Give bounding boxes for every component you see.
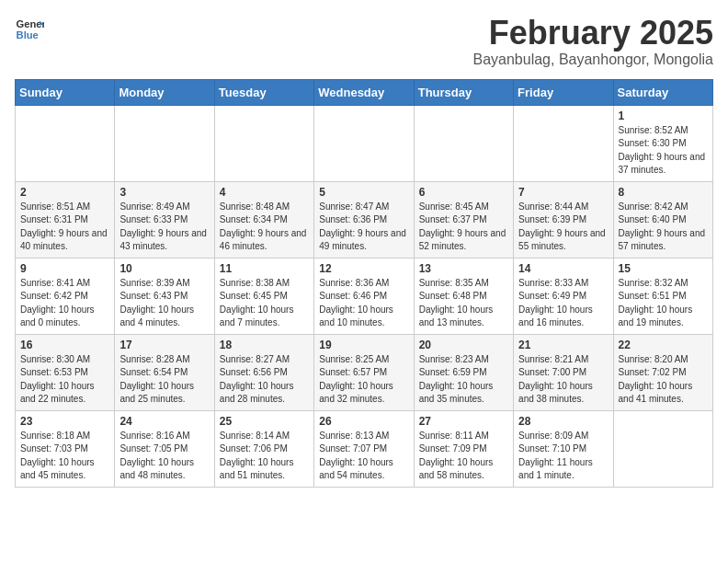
calendar-day-cell: 21Sunrise: 8:21 AM Sunset: 7:00 PM Dayli… [514,334,613,410]
title-block: February 2025 Bayanbulag, Bayanhongor, M… [472,15,713,68]
calendar-day-cell: 14Sunrise: 8:33 AM Sunset: 6:49 PM Dayli… [514,258,613,334]
location-subtitle: Bayanbulag, Bayanhongor, Mongolia [472,52,713,68]
calendar-day-cell: 27Sunrise: 8:11 AM Sunset: 7:09 PM Dayli… [414,410,513,487]
calendar-day-cell: 18Sunrise: 8:27 AM Sunset: 6:56 PM Dayli… [214,334,313,410]
day-info: Sunrise: 8:21 AM Sunset: 7:00 PM Dayligh… [518,353,608,407]
calendar-day-cell: 7Sunrise: 8:44 AM Sunset: 6:39 PM Daylig… [514,181,613,258]
calendar-day-cell [115,105,214,181]
calendar-day-cell [214,105,313,181]
weekday-header-tuesday: Tuesday [214,79,313,105]
calendar-day-cell: 26Sunrise: 8:13 AM Sunset: 7:07 PM Dayli… [314,410,414,487]
day-info: Sunrise: 8:33 AM Sunset: 6:49 PM Dayligh… [518,277,608,330]
day-number: 27 [419,415,508,428]
day-number: 22 [619,339,708,351]
calendar-day-cell: 6Sunrise: 8:45 AM Sunset: 6:37 PM Daylig… [414,181,513,258]
calendar-day-cell: 16Sunrise: 8:30 AM Sunset: 6:53 PM Dayli… [16,334,115,410]
day-info: Sunrise: 8:52 AM Sunset: 6:30 PM Dayligh… [619,124,708,178]
day-info: Sunrise: 8:51 AM Sunset: 6:31 PM Dayligh… [20,201,109,254]
day-number: 17 [119,339,209,351]
day-number: 16 [20,339,109,351]
day-number: 25 [220,415,309,428]
day-info: Sunrise: 8:18 AM Sunset: 7:03 PM Dayligh… [20,430,109,483]
day-info: Sunrise: 8:09 AM Sunset: 7:10 PM Dayligh… [518,430,608,483]
day-number: 2 [20,186,109,199]
day-number: 19 [319,339,408,351]
day-number: 14 [518,262,608,275]
calendar-day-cell: 15Sunrise: 8:32 AM Sunset: 6:51 PM Dayli… [613,258,712,334]
calendar-day-cell [414,105,513,181]
calendar-week-4: 16Sunrise: 8:30 AM Sunset: 6:53 PM Dayli… [16,334,713,410]
day-number: 1 [619,109,708,122]
page-header: General Blue February 2025 Bayanbulag, B… [15,15,713,68]
day-number: 4 [220,186,309,199]
day-info: Sunrise: 8:20 AM Sunset: 7:02 PM Dayligh… [619,353,708,407]
weekday-header-saturday: Saturday [613,79,712,105]
weekday-header-sunday: Sunday [16,79,115,105]
day-info: Sunrise: 8:27 AM Sunset: 6:56 PM Dayligh… [220,353,309,407]
day-number: 5 [319,186,408,199]
calendar-day-cell: 25Sunrise: 8:14 AM Sunset: 7:06 PM Dayli… [214,410,313,487]
day-info: Sunrise: 8:48 AM Sunset: 6:34 PM Dayligh… [220,201,309,254]
day-number: 11 [220,262,309,275]
calendar-day-cell: 4Sunrise: 8:48 AM Sunset: 6:34 PM Daylig… [214,181,313,258]
day-info: Sunrise: 8:36 AM Sunset: 6:46 PM Dayligh… [319,277,408,330]
day-info: Sunrise: 8:25 AM Sunset: 6:57 PM Dayligh… [319,353,408,407]
calendar-day-cell: 20Sunrise: 8:23 AM Sunset: 6:59 PM Dayli… [414,334,513,410]
calendar-day-cell [514,105,613,181]
day-number: 12 [319,262,408,275]
day-info: Sunrise: 8:39 AM Sunset: 6:43 PM Dayligh… [119,277,209,330]
day-info: Sunrise: 8:30 AM Sunset: 6:53 PM Dayligh… [20,353,109,407]
day-number: 23 [20,415,109,428]
day-info: Sunrise: 8:49 AM Sunset: 6:33 PM Dayligh… [119,201,209,254]
weekday-header-row: SundayMondayTuesdayWednesdayThursdayFrid… [16,79,713,105]
calendar-day-cell: 11Sunrise: 8:38 AM Sunset: 6:45 PM Dayli… [214,258,313,334]
calendar-week-1: 1Sunrise: 8:52 AM Sunset: 6:30 PM Daylig… [16,105,713,181]
calendar-day-cell: 19Sunrise: 8:25 AM Sunset: 6:57 PM Dayli… [314,334,414,410]
calendar-day-cell: 1Sunrise: 8:52 AM Sunset: 6:30 PM Daylig… [613,105,712,181]
day-number: 7 [518,186,608,199]
weekday-header-monday: Monday [115,79,214,105]
calendar-week-5: 23Sunrise: 8:18 AM Sunset: 7:03 PM Dayli… [16,410,713,487]
day-info: Sunrise: 8:41 AM Sunset: 6:42 PM Dayligh… [20,277,109,330]
calendar-day-cell: 22Sunrise: 8:20 AM Sunset: 7:02 PM Dayli… [613,334,712,410]
day-info: Sunrise: 8:13 AM Sunset: 7:07 PM Dayligh… [319,430,408,483]
calendar-day-cell [16,105,115,181]
day-number: 24 [119,415,209,428]
calendar-table: SundayMondayTuesdayWednesdayThursdayFrid… [15,79,713,488]
day-number: 10 [119,262,209,275]
calendar-day-cell: 10Sunrise: 8:39 AM Sunset: 6:43 PM Dayli… [115,258,214,334]
day-info: Sunrise: 8:28 AM Sunset: 6:54 PM Dayligh… [119,353,209,407]
calendar-day-cell: 2Sunrise: 8:51 AM Sunset: 6:31 PM Daylig… [16,181,115,258]
calendar-day-cell: 9Sunrise: 8:41 AM Sunset: 6:42 PM Daylig… [16,258,115,334]
calendar-day-cell: 17Sunrise: 8:28 AM Sunset: 6:54 PM Dayli… [115,334,214,410]
weekday-header-friday: Friday [514,79,613,105]
calendar-day-cell: 28Sunrise: 8:09 AM Sunset: 7:10 PM Dayli… [514,410,613,487]
weekday-header-thursday: Thursday [414,79,513,105]
calendar-week-2: 2Sunrise: 8:51 AM Sunset: 6:31 PM Daylig… [16,181,713,258]
day-number: 28 [518,415,608,428]
day-info: Sunrise: 8:44 AM Sunset: 6:39 PM Dayligh… [518,201,608,254]
day-number: 6 [419,186,508,199]
day-info: Sunrise: 8:42 AM Sunset: 6:40 PM Dayligh… [619,201,708,254]
day-info: Sunrise: 8:32 AM Sunset: 6:51 PM Dayligh… [619,277,708,330]
day-number: 26 [319,415,408,428]
day-number: 21 [518,339,608,351]
day-number: 13 [419,262,508,275]
calendar-day-cell [613,410,712,487]
calendar-week-3: 9Sunrise: 8:41 AM Sunset: 6:42 PM Daylig… [16,258,713,334]
logo-icon: General Blue [15,15,44,44]
day-info: Sunrise: 8:38 AM Sunset: 6:45 PM Dayligh… [220,277,309,330]
svg-text:Blue: Blue [17,29,39,40]
month-year-title: February 2025 [472,15,713,52]
day-number: 15 [619,262,708,275]
day-info: Sunrise: 8:23 AM Sunset: 6:59 PM Dayligh… [419,353,508,407]
calendar-day-cell: 3Sunrise: 8:49 AM Sunset: 6:33 PM Daylig… [115,181,214,258]
calendar-day-cell: 23Sunrise: 8:18 AM Sunset: 7:03 PM Dayli… [16,410,115,487]
day-number: 3 [119,186,209,199]
day-number: 9 [20,262,109,275]
day-info: Sunrise: 8:35 AM Sunset: 6:48 PM Dayligh… [419,277,508,330]
day-info: Sunrise: 8:14 AM Sunset: 7:06 PM Dayligh… [220,430,309,483]
day-info: Sunrise: 8:16 AM Sunset: 7:05 PM Dayligh… [119,430,209,483]
calendar-day-cell: 13Sunrise: 8:35 AM Sunset: 6:48 PM Dayli… [414,258,513,334]
calendar-day-cell: 12Sunrise: 8:36 AM Sunset: 6:46 PM Dayli… [314,258,414,334]
